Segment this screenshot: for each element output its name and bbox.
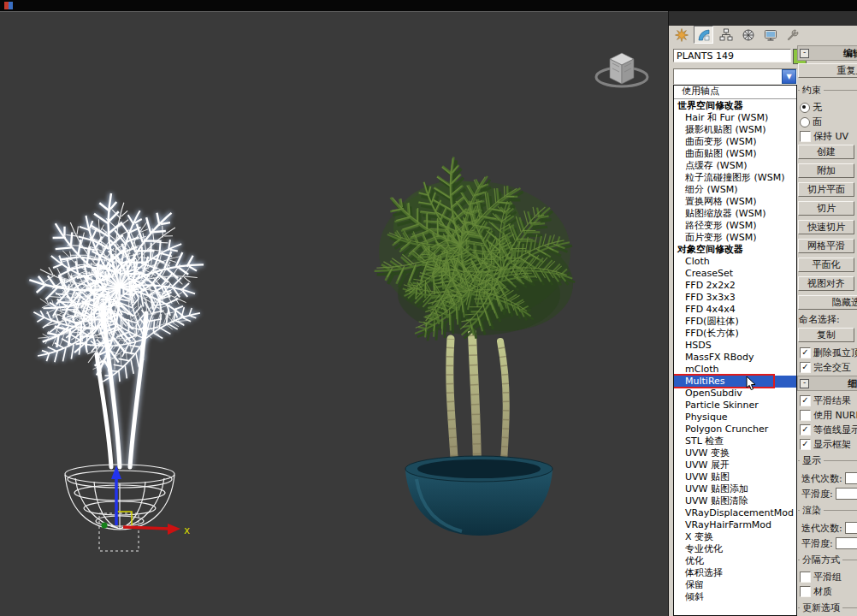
panel-button[interactable]: 平面化 [798, 258, 854, 272]
panel-button[interactable]: 隐藏选定对象 [798, 295, 857, 310]
panel-checkbox[interactable]: 使用 NURMS 细分 [796, 408, 857, 423]
spinner-input[interactable] [845, 522, 857, 534]
selection-bracket [99, 513, 139, 551]
collapse-minus-icon: - [800, 49, 809, 58]
panel-button[interactable]: 创建 [798, 145, 854, 159]
panel-button[interactable]: 快速切片 [798, 220, 854, 234]
modifier-item[interactable]: FFD(圆柱体) [674, 316, 796, 328]
modifier-item[interactable]: 置换网格 (WSM) [674, 196, 796, 208]
modifier-item[interactable]: 点缓存 (WSM) [674, 160, 796, 172]
display-tab[interactable] [760, 26, 780, 44]
modifier-item[interactable]: 曲面贴图 (WSM) [674, 148, 796, 160]
rollout-header[interactable]: -编辑几何体 [797, 45, 857, 61]
modifier-item[interactable]: X 变换 [674, 531, 796, 543]
panel-checkbox[interactable]: ✓等值线显示 [796, 423, 857, 437]
modifier-item[interactable]: 粒子流碰撞图形 (WSM) [674, 172, 796, 184]
rollout-header[interactable]: -细分曲面 [797, 376, 857, 391]
modifier-item[interactable]: VRayDisplacementMod [674, 507, 796, 519]
modifier-item[interactable]: 面片变形 (WSM) [674, 232, 796, 244]
group-divider: 分隔方式 [798, 560, 857, 568]
modifier-item[interactable]: mCloth [674, 364, 796, 376]
modifier-item[interactable]: OpenSubdiv [674, 388, 796, 400]
panel-button[interactable]: 重复上一个 [798, 63, 857, 78]
rollout-title: 细分曲面 [811, 377, 857, 390]
modifier-item[interactable]: UVW 变换 [674, 447, 796, 459]
modifier-list-combobox[interactable]: ▼ [673, 68, 797, 85]
modifier-item[interactable]: 贴图缩放器 (WSM) [674, 208, 796, 220]
modifier-item[interactable]: 路径变形 (WSM) [674, 220, 796, 232]
modifier-item[interactable]: 保留 [674, 579, 796, 591]
main-window: x [0, 0, 857, 616]
modifier-item[interactable]: Particle Skinner [674, 400, 796, 412]
panel-checkbox[interactable]: 材质 [796, 584, 857, 599]
panel-checkbox[interactable]: ✓删除孤立顶点 [796, 346, 857, 360]
motion-tab[interactable] [738, 26, 758, 44]
create-tab[interactable] [671, 26, 691, 44]
modifier-item[interactable]: FFD 3x3x3 [674, 292, 796, 304]
wireframe-pot [65, 465, 174, 530]
modifier-item[interactable]: FFD 4x4x4 [674, 304, 796, 316]
annotation-highlight-box [673, 374, 775, 388]
combo-dropdown-button[interactable]: ▼ [782, 69, 796, 84]
modifier-item[interactable]: FFD 2x2x2 [674, 280, 796, 292]
panel-button[interactable]: 视图对齐 [798, 276, 854, 291]
modifier-item[interactable]: STL 检查 [674, 435, 796, 447]
modifier-item[interactable]: Physique [674, 412, 796, 424]
option-label: 材质 [813, 585, 832, 598]
modifier-item[interactable]: 倾斜 [674, 591, 796, 603]
axis-cube-object[interactable] [596, 53, 647, 86]
viewport[interactable]: x [0, 11, 668, 616]
gizmo-origin-dot [102, 523, 108, 529]
spinner-input[interactable] [836, 488, 857, 500]
panel-button[interactable]: 复制 [798, 328, 854, 342]
panel-button[interactable]: 网格平滑 [798, 239, 854, 253]
modifier-item[interactable]: FFD(长方体) [674, 328, 796, 340]
modifier-item[interactable]: 优化 [674, 555, 796, 567]
panel-radio[interactable]: 面 [796, 115, 857, 129]
panel-checkbox[interactable]: ✓完全交互 [796, 360, 857, 375]
modifier-item[interactable]: 曲面变形 (WSM) [674, 136, 796, 148]
hierarchy-tab[interactable] [716, 26, 736, 44]
panel-button[interactable]: 切片 [798, 201, 854, 216]
group-divider: 约束 [798, 90, 857, 98]
gizmo-x-axis[interactable] [123, 527, 169, 529]
modifier-item[interactable]: UVW 贴图添加 [674, 483, 796, 495]
modifier-item[interactable]: MassFX RBody [674, 352, 796, 364]
panel-checkbox[interactable]: ✓平滑结果 [796, 394, 857, 408]
green-plant[interactable] [371, 157, 577, 536]
modifier-item[interactable]: 细分 (WSM) [674, 184, 796, 196]
modifier-item[interactable]: 体积选择 [674, 567, 796, 579]
panel-checkbox[interactable]: 平滑组 [796, 570, 857, 584]
utilities-tab[interactable] [783, 26, 802, 44]
modifier-item[interactable]: 摄影机贴图 (WSM) [674, 124, 796, 136]
panel-checkbox[interactable]: ✓显示框架 [796, 437, 857, 452]
modify-tab[interactable] [694, 26, 713, 44]
panel-button[interactable]: 附加 [798, 163, 854, 178]
modifier-item[interactable]: UVW 贴图 [674, 471, 796, 483]
modifier-item[interactable]: VRayHairFarmMod [674, 519, 796, 531]
modifier-item[interactable]: Polygon Cruncher [674, 424, 796, 435]
modifier-item[interactable]: Hair 和 Fur (WSM) [674, 112, 796, 124]
checkbox-icon [800, 572, 811, 583]
object-name-input[interactable] [673, 49, 791, 62]
modifier-item[interactable]: 专业优化 [674, 543, 796, 555]
group-label: 显示 [800, 454, 824, 467]
option-label: 平滑结果 [813, 394, 851, 407]
modifier-item[interactable]: UVW 贴图清除 [674, 495, 796, 507]
title-bar [0, 0, 857, 11]
modifier-item[interactable]: MultiRes [674, 376, 796, 388]
plant-trunk [450, 339, 455, 474]
modifier-item[interactable]: Cloth [674, 256, 796, 268]
modifier-item[interactable]: 使用轴点 [674, 86, 796, 98]
selected-plant[interactable]: x [23, 192, 209, 551]
panel-checkbox[interactable]: 保持 UV [796, 129, 857, 144]
modifier-item[interactable]: CreaseSet [674, 268, 796, 280]
panel-button[interactable]: 切片平面 [798, 182, 854, 197]
modifier-item[interactable]: UVW 展开 [674, 459, 796, 471]
modifier-item[interactable]: HSDS [674, 340, 796, 352]
panel-radio[interactable]: 无 [796, 100, 857, 115]
spinner-input[interactable] [836, 537, 857, 549]
spinner-input[interactable] [845, 472, 857, 484]
checkbox-icon [800, 586, 811, 597]
field-label: 平滑度: [801, 537, 833, 550]
